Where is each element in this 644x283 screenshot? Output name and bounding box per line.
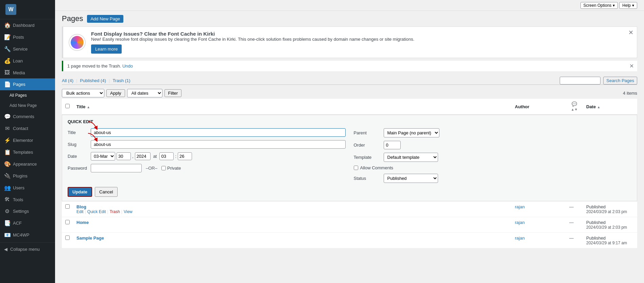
status-field-label: Status (354, 176, 381, 181)
blog-quick-edit-link[interactable]: Quick Edit (87, 209, 106, 214)
sidebar-item-pages[interactable]: 📄 Pages (0, 78, 55, 90)
date-row: 03-Mar , at : (91, 152, 192, 161)
sidebar-item-mc4wp[interactable]: 📧 MC4WP (0, 229, 55, 241)
date-sort-icon[interactable]: ▲ (597, 105, 601, 109)
template-select[interactable]: Default template (384, 153, 438, 162)
sidebar-item-dashboard[interactable]: 🏠 Dashboard (0, 19, 55, 31)
undo-link[interactable]: Undo (122, 63, 133, 69)
sidebar-sub-all-pages[interactable]: All Pages (0, 90, 55, 100)
search-pages-input[interactable] (560, 77, 601, 84)
password-input[interactable] (91, 164, 142, 172)
date-field: Date 03-Mar , at (68, 152, 346, 161)
row-checkbox[interactable] (65, 235, 70, 240)
quick-edit-slug-input[interactable] (91, 140, 346, 149)
sidebar-item-elementor[interactable]: ⚡ Elementor (0, 134, 55, 146)
row-checkbox-cell (62, 217, 73, 233)
slug-field: Slug (68, 140, 346, 149)
private-checkbox[interactable] (161, 166, 166, 170)
dashboard-icon: 🏠 (4, 22, 10, 29)
date-hour-input[interactable] (159, 152, 174, 160)
font-cache-link[interactable]: Font Cache (198, 37, 221, 42)
collapse-icon: ◀ (4, 247, 7, 252)
filter-button[interactable]: Filter (164, 89, 182, 97)
blog-view-link[interactable]: View (124, 209, 133, 214)
tab-trash[interactable]: Trash (1) (112, 77, 130, 84)
sidebar-item-acf[interactable]: 📑 ACF (0, 217, 55, 229)
sample-comment-cell: — (566, 233, 583, 248)
sidebar-item-settings[interactable]: ⚙ Settings (0, 205, 55, 217)
date-day-input[interactable] (117, 152, 131, 160)
allow-comments-field: Allow Comments (354, 165, 632, 170)
posts-icon: 📝 (4, 34, 10, 40)
sidebar-item-loan[interactable]: 💰 Loan (0, 55, 55, 67)
sidebar-item-service[interactable]: 🔧 Service (0, 43, 55, 55)
row-checkbox[interactable] (65, 204, 70, 209)
select-all-checkbox[interactable] (65, 104, 70, 108)
sidebar-item-templates[interactable]: 📋 Templates (0, 146, 55, 158)
sidebar-sub-add-new-page[interactable]: Add New Page (0, 100, 55, 111)
help-button[interactable]: Help ▾ (619, 2, 637, 9)
trash-notice-close-button[interactable]: ✕ (629, 63, 634, 69)
parent-select[interactable]: Main Page (no parent) (384, 128, 439, 137)
bulk-actions-select[interactable]: Bulk actions (62, 89, 104, 97)
row-checkbox[interactable] (65, 220, 70, 224)
date-year-input[interactable] (135, 152, 151, 160)
notice-text-block: Font Display Issues? Clear the Font Cach… (91, 31, 414, 54)
quick-edit-cell: QUICK EDIT Title (62, 115, 637, 202)
order-input[interactable] (384, 141, 401, 149)
parent-field-label: Parent (354, 130, 381, 135)
add-new-page-button[interactable]: Add New Page (87, 15, 123, 23)
sidebar: W 🏠 Dashboard 📝 Posts 🔧 Service 💰 Loan 🖼… (0, 0, 55, 283)
sample-page-link[interactable]: Sample Page (76, 235, 104, 241)
dates-filter-select[interactable]: All dates (127, 89, 162, 97)
blog-page-link[interactable]: Blog (76, 204, 86, 209)
table-row: Sample Page rajan — Published 2024/03/29… (62, 233, 637, 248)
quick-edit-title-input[interactable] (91, 128, 346, 137)
update-button[interactable]: Update (68, 187, 92, 197)
sidebar-item-tools[interactable]: 🛠 Tools (0, 194, 55, 205)
sidebar-item-appearance[interactable]: 🎨 Appearance (0, 158, 55, 170)
elementor-icon: ⚡ (4, 137, 10, 144)
template-field-label: Template (354, 155, 381, 160)
notice-close-button[interactable]: ✕ (628, 30, 633, 36)
pages-table: Title ▲ Author 💬 ▲▼ Date ▲ QUIC (62, 99, 637, 248)
blog-author-link[interactable]: rajan (515, 204, 525, 209)
home-page-link[interactable]: Home (76, 220, 89, 225)
home-author-link[interactable]: rajan (515, 220, 525, 225)
settings-icon: ⚙ (4, 208, 10, 214)
status-select[interactable]: Published (384, 174, 438, 183)
items-count: 4 items (623, 91, 637, 96)
quick-edit-right: Parent Main Page (no parent) Order (354, 128, 632, 183)
sidebar-item-media[interactable]: 🖼 Media (0, 67, 55, 78)
row-title-cell: Home (73, 217, 511, 233)
blog-trash-link[interactable]: Trash (110, 209, 120, 214)
screen-options-button[interactable]: Screen Options ▾ (580, 2, 618, 9)
allow-comments-checkbox[interactable] (354, 166, 358, 170)
date-month-select[interactable]: 03-Mar (91, 152, 115, 161)
service-icon: 🔧 (4, 46, 10, 52)
title-sort-icon[interactable]: ▲ (87, 105, 90, 109)
search-pages-button[interactable]: Search Pages (603, 77, 637, 84)
sample-author-link[interactable]: rajan (515, 235, 525, 241)
tab-published[interactable]: Published (4) (80, 77, 106, 84)
notice-title: Font Display Issues? Clear the Font Cach… (91, 31, 414, 37)
page-title: Pages (62, 14, 83, 23)
notice-body: New! Easily resolve font display issues … (91, 37, 414, 42)
learn-more-button[interactable]: Learn more (91, 44, 122, 54)
sidebar-item-users[interactable]: 👥 Users (0, 182, 55, 194)
author-column-header: Author (511, 99, 566, 115)
sidebar-item-posts[interactable]: 📝 Posts (0, 31, 55, 43)
sidebar-item-contact[interactable]: ✉ Contact (0, 122, 55, 134)
chevron-down-icon: ▾ (613, 3, 615, 8)
tab-all[interactable]: All (4) (62, 77, 73, 84)
date-min-input[interactable] (178, 152, 192, 160)
sidebar-item-plugins[interactable]: 🔌 Plugins (0, 170, 55, 182)
apply-button[interactable]: Apply (106, 89, 125, 97)
sidebar-item-comments[interactable]: 💬 Comments (0, 111, 55, 122)
collapse-menu-button[interactable]: ◀ Collapse menu (0, 244, 55, 254)
blog-edit-link[interactable]: Edit (76, 209, 84, 214)
home-author-cell: rajan (511, 217, 566, 233)
quick-edit-heading: QUICK EDIT (68, 119, 631, 124)
cancel-button[interactable]: Cancel (95, 187, 117, 197)
bulk-bar-left: Bulk actions Apply All dates Filter (62, 89, 181, 97)
